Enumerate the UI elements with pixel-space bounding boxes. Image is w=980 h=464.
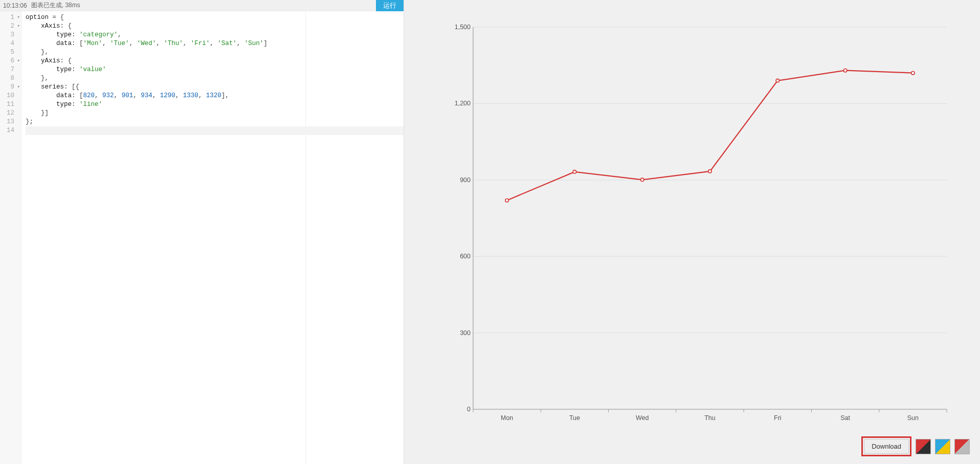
y-tick-label: 900 [440, 176, 471, 184]
line-number: 1 [0, 13, 19, 22]
x-tick-label: Wed [636, 414, 649, 422]
data-point[interactable] [708, 170, 711, 173]
line-number: 5 [0, 48, 19, 57]
code-line[interactable]: type: 'line' [26, 100, 404, 109]
code-wrap: option = { xAxis: { type: 'category', da… [21, 11, 404, 464]
download-button[interactable]: Download [864, 439, 909, 454]
data-point[interactable] [776, 79, 779, 82]
data-point[interactable] [911, 71, 915, 74]
y-tick-label: 1,500 [440, 24, 471, 31]
line-number: 7 [0, 65, 19, 74]
x-tick-label: Thu [704, 414, 716, 422]
code-line[interactable]: }; [26, 118, 404, 126]
x-tick-label: Sat [840, 414, 850, 422]
download-highlight: Download [861, 436, 911, 456]
x-tick-label: Fri [774, 414, 782, 422]
x-tick-label: Sun [907, 414, 919, 422]
data-point[interactable] [641, 178, 644, 181]
code-body[interactable]: option = { xAxis: { type: 'category', da… [21, 11, 404, 135]
code-line[interactable]: type: 'category', [26, 31, 404, 39]
line-number: 11 [0, 100, 19, 109]
y-tick-label: 300 [440, 329, 471, 337]
code-line[interactable]: }] [26, 109, 404, 118]
y-tick-label: 0 [440, 406, 471, 413]
line-number: 10 [0, 92, 19, 100]
code-line[interactable]: }, [26, 48, 404, 57]
code-editor[interactable]: 1234567891011121314 option = { xAxis: { … [0, 11, 404, 464]
theme-swatch-red-grey[interactable] [954, 439, 970, 454]
code-line[interactable]: series: [{ [26, 83, 404, 92]
theme-swatch-red-dark[interactable] [916, 439, 931, 454]
code-line[interactable]: option = { [26, 13, 404, 22]
editor-pane: 10:13:06 图表已生成, 38ms 运行 1234567891011121… [0, 0, 404, 464]
chart-host: 03006009001,2001,500MonTueWedThuFriSatSu… [425, 15, 960, 435]
chart-svg [425, 15, 960, 435]
line-number: 8 [0, 74, 19, 83]
app-root: 10:13:06 图表已生成, 38ms 运行 1234567891011121… [0, 0, 980, 464]
code-line[interactable]: data: [820, 932, 901, 934, 1290, 1330, 1… [26, 92, 404, 100]
data-point[interactable] [505, 198, 508, 202]
data-point[interactable] [573, 170, 576, 173]
preview-pane: 03006009001,2001,500MonTueWedThuFriSatSu… [404, 0, 980, 464]
code-line[interactable]: xAxis: { [26, 22, 404, 31]
line-number: 9 [0, 83, 19, 92]
x-tick-label: Mon [501, 414, 513, 422]
status-time: 10:13:06 [3, 2, 27, 9]
code-line[interactable] [26, 126, 404, 135]
line-number: 2 [0, 22, 19, 31]
code-line[interactable]: data: ['Mon', 'Tue', 'Wed', 'Thu', 'Fri'… [26, 39, 404, 48]
y-tick-label: 600 [440, 253, 471, 260]
data-point[interactable] [843, 69, 847, 72]
status-message: 图表已生成, 38ms [31, 1, 80, 10]
line-number: 12 [0, 109, 19, 118]
line-number: 6 [0, 57, 19, 65]
theme-swatch-blue-yellow[interactable] [935, 439, 950, 454]
status-bar: 10:13:06 图表已生成, 38ms 运行 [0, 0, 404, 11]
line-series [507, 71, 913, 201]
run-button[interactable]: 运行 [376, 0, 404, 11]
code-line[interactable]: }, [26, 74, 404, 83]
line-number: 14 [0, 126, 19, 135]
line-number: 4 [0, 39, 19, 48]
bottom-controls: Download [861, 436, 970, 456]
line-number: 3 [0, 31, 19, 39]
code-line[interactable]: type: 'value' [26, 65, 404, 74]
line-number: 13 [0, 118, 19, 126]
code-line[interactable]: yAxis: { [26, 57, 404, 65]
x-tick-label: Tue [569, 414, 580, 422]
y-tick-label: 1,200 [440, 100, 471, 107]
gutter: 1234567891011121314 [0, 11, 21, 464]
